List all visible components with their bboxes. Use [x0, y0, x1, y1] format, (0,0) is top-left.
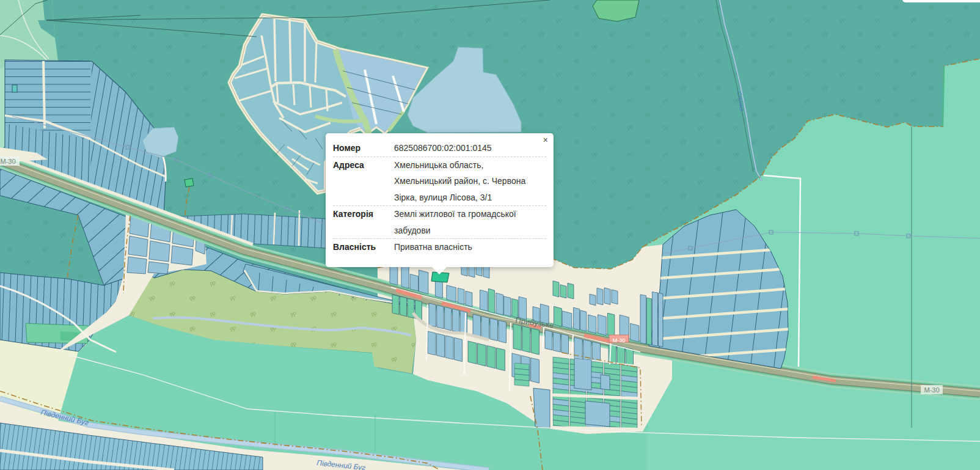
svg-text:М-30: М-30: [613, 337, 626, 343]
svg-text:М-30: М-30: [0, 158, 15, 165]
svg-text:М-30: М-30: [924, 386, 939, 394]
